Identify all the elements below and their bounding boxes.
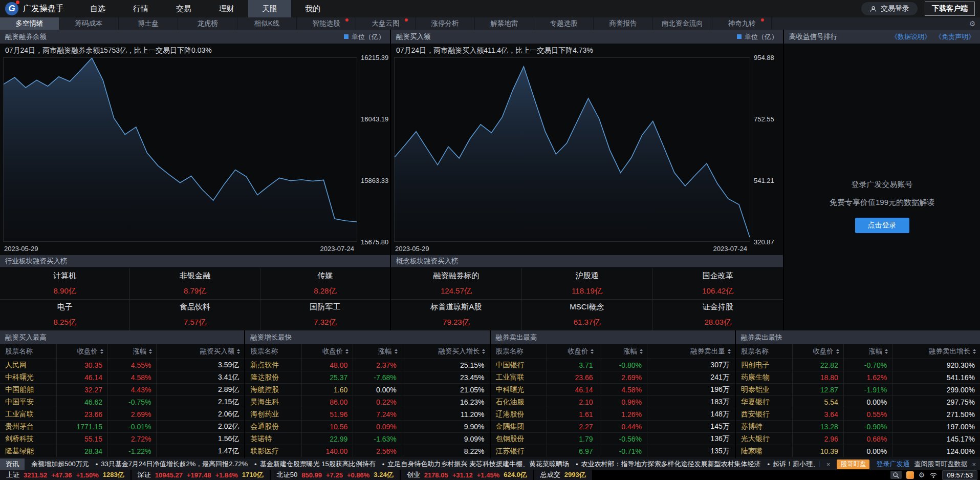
- data-notes-link[interactable]: 《数据说明》: [891, 32, 931, 41]
- news-close-icon[interactable]: ×: [826, 461, 831, 468]
- menu-交易[interactable]: 交易: [162, 0, 205, 17]
- column-header-收盘价[interactable]: 收盘价: [792, 344, 843, 359]
- column-header-涨幅[interactable]: 涨幅: [107, 344, 156, 359]
- stock-row-工业富联[interactable]: 工业富联23.662.69%241万: [491, 371, 735, 384]
- index-上证[interactable]: 上证3211.52+47.36+1.50%1283亿: [0, 470, 130, 480]
- sector-cell-证金持股[interactable]: 证金持股28.03亿: [652, 300, 783, 331]
- gear-icon[interactable]: ⚙: [919, 471, 925, 479]
- sector-cell-国防军工[interactable]: 国防军工7.32亿: [260, 300, 390, 331]
- sector-cell-计算机[interactable]: 计算机8.90亿: [0, 268, 129, 299]
- trade-login-button[interactable]: 交易登录: [861, 2, 918, 15]
- tab-多空情绪[interactable]: 多空情绪: [0, 17, 59, 30]
- menu-行情[interactable]: 行情: [119, 0, 162, 17]
- column-header-收盘价[interactable]: 收盘价: [301, 344, 353, 359]
- gf-login-link[interactable]: 登录广发通: [876, 460, 909, 469]
- stock-row-华夏银行[interactable]: 华夏银行5.540.00%297.75%: [736, 396, 980, 408]
- column-header-融资买入额[interactable]: 融资买入额: [156, 344, 244, 359]
- disclaimer-link[interactable]: 《免责声明》: [935, 32, 975, 41]
- stock-row-光大银行[interactable]: 光大银行2.960.68%145.17%: [736, 433, 980, 445]
- stock-row-中科曙光[interactable]: 中科曙光46.144.58%3.41亿: [0, 371, 244, 384]
- index-深证[interactable]: 深证10945.27+197.48+1.84%1710亿: [132, 470, 270, 480]
- stock-monitor-badge[interactable]: 股哥盯盘: [837, 460, 869, 469]
- column-header-融资买入增长[interactable]: 融资买入增长: [402, 344, 490, 359]
- app-shortcut-icon[interactable]: [906, 471, 914, 479]
- news-item[interactable]: 余额增加超500万元: [31, 460, 89, 469]
- sector-cell-非银金融[interactable]: 非银金融8.79亿: [130, 268, 259, 299]
- news-item[interactable]: 立足自身特色助力乡村振兴 麦芯科技援建牛棚、黄花菜晾晒场: [387, 460, 569, 469]
- stock-row-剑桥科技[interactable]: 剑桥科技55.152.72%1.56亿: [0, 433, 244, 445]
- tab-专题选股[interactable]: 专题选股: [534, 17, 594, 30]
- sector-cell-国企改革[interactable]: 国企改革106.42亿: [652, 268, 783, 299]
- sector-cell-标普道琼斯A股[interactable]: 标普道琼斯A股79.23亿: [391, 300, 521, 331]
- column-header-涨幅[interactable]: 涨幅: [353, 344, 401, 359]
- menu-天眼[interactable]: 天眼: [248, 0, 291, 17]
- stock-row-隆基绿能[interactable]: 隆基绿能28.34-1.22%1.47亿: [0, 445, 244, 457]
- tab-相似K线[interactable]: 相似K线: [237, 17, 297, 30]
- sector-cell-MSCI概念[interactable]: MSCI概念61.37亿: [522, 300, 652, 331]
- stock-row-昊海生科[interactable]: 昊海生科86.000.22%16.23%: [245, 396, 489, 408]
- sector-cell-沪股通[interactable]: 沪股通118.19亿: [522, 268, 652, 299]
- tab-南北资金流向[interactable]: 南北资金流向: [653, 17, 712, 30]
- search-icon[interactable]: [890, 471, 902, 479]
- tab-博士盘[interactable]: 博士盘: [119, 17, 178, 30]
- stock-row-金隅集团[interactable]: 金隅集团2.270.44%145万: [491, 421, 735, 433]
- tab-神奇九转[interactable]: 神奇九转: [712, 17, 772, 30]
- click-login-button[interactable]: 点击登录: [855, 218, 909, 233]
- menu-自选[interactable]: 自选: [76, 0, 119, 17]
- sector-cell-传媒[interactable]: 传媒8.28亿: [260, 268, 390, 299]
- tab-智能选股[interactable]: 智能选股: [297, 17, 356, 30]
- index-北证50[interactable]: 北证50850.99+7.25+0.86%3.24亿: [271, 470, 400, 480]
- stock-row-中国银行[interactable]: 中国银行3.71-0.80%307万: [491, 359, 735, 371]
- stock-row-中国船舶[interactable]: 中国船舶32.274.43%2.89亿: [0, 384, 244, 396]
- news-item[interactable]: 33只基金7月24日净值增长超2%，最高回报2.72%: [101, 460, 248, 469]
- stock-row-隆达股份[interactable]: 隆达股份25.37-7.68%23.45%: [245, 371, 489, 384]
- sector-cell-电子[interactable]: 电子8.25亿: [0, 300, 129, 331]
- menu-我的[interactable]: 我的: [291, 0, 334, 17]
- column-header-涨幅[interactable]: 涨幅: [598, 344, 646, 359]
- tab-解禁地雷[interactable]: 解禁地雷: [475, 17, 534, 30]
- column-header-融券卖出增长[interactable]: 融券卖出增长: [892, 344, 980, 359]
- stock-row-人民网[interactable]: 人民网30.354.55%3.59亿: [0, 359, 244, 371]
- column-header-收盘价[interactable]: 收盘价: [56, 344, 107, 359]
- tab-筹码成本[interactable]: 筹码成本: [59, 17, 119, 30]
- stock-row-中科曙光[interactable]: 中科曙光46.144.58%196万: [491, 384, 735, 396]
- stock-row-英诺特[interactable]: 英诺特22.99-1.63%9.09%: [245, 433, 489, 445]
- stock-row-贵州茅台[interactable]: 贵州茅台1771.15-0.01%2.02亿: [0, 421, 244, 433]
- sector-cell-食品饮料[interactable]: 食品饮料7.57亿: [130, 300, 259, 331]
- index-创业[interactable]: 创业2178.05+31.12+1.45%624.0亿: [401, 470, 533, 480]
- stock-row-药康生物[interactable]: 药康生物18.801.62%541.16%: [736, 371, 980, 384]
- index-总成交[interactable]: 总成交2993亿: [534, 470, 592, 480]
- stock-row-石化油服[interactable]: 石化油服2.100.96%183万: [491, 396, 735, 408]
- stock-row-苏博特[interactable]: 苏博特13.28-0.90%197.00%: [736, 421, 980, 433]
- sector-cell-融资融券标的[interactable]: 融资融券标的124.57亿: [391, 268, 521, 299]
- stock-row-西安银行[interactable]: 西安银行3.640.55%271.50%: [736, 408, 980, 421]
- stock-row-辽港股份[interactable]: 辽港股份1.611.26%148万: [491, 408, 735, 421]
- stock-row-陆家嘴[interactable]: 陆家嘴10.390.00%124.00%: [736, 445, 980, 457]
- stock-row-会通股份[interactable]: 会通股份10.560.09%9.90%: [245, 421, 489, 433]
- stock-row-四创电子[interactable]: 四创电子22.82-0.70%920.30%: [736, 359, 980, 371]
- news-item[interactable]: 基金新建仓股票曝光 15股获高比例持有: [260, 460, 376, 469]
- download-client-button[interactable]: 下载客户端: [925, 2, 975, 16]
- stock-row-海创药业[interactable]: 海创药业51.967.24%11.20%: [245, 408, 489, 421]
- stock-row-中国平安[interactable]: 中国平安46.62-0.75%2.15亿: [0, 396, 244, 408]
- tab-涨停分析[interactable]: 涨停分析: [416, 17, 475, 30]
- stock-row-工业富联[interactable]: 工业富联23.662.69%2.06亿: [0, 408, 244, 421]
- news-item[interactable]: 起诉！蔚小理、比亚: [773, 460, 820, 469]
- stock-row-江苏银行[interactable]: 江苏银行6.97-0.71%135万: [491, 445, 735, 457]
- tab-商誉报告[interactable]: 商誉报告: [594, 17, 653, 30]
- stock-row-包钢股份[interactable]: 包钢股份1.79-0.56%136万: [491, 433, 735, 445]
- stock-row-新点软件[interactable]: 新点软件48.002.37%25.15%: [245, 359, 489, 371]
- settings-gear-icon[interactable]: ⚙: [965, 17, 980, 30]
- news-item[interactable]: 农业农村部：指导地方探索多样化途径发展新型农村集体经济: [581, 460, 760, 469]
- tab-大盘云图[interactable]: 大盘云图: [356, 17, 416, 30]
- column-header-收盘价[interactable]: 收盘价: [547, 344, 598, 359]
- tab-龙虎榜[interactable]: 龙虎榜: [178, 17, 237, 30]
- menu-理财[interactable]: 理财: [205, 0, 248, 17]
- stock-row-明泰铝业[interactable]: 明泰铝业12.87-1.91%299.00%: [736, 384, 980, 396]
- change-pct: -0.75%: [107, 396, 156, 408]
- column-header-涨幅[interactable]: 涨幅: [843, 344, 892, 359]
- stock-row-海航控股[interactable]: 海航控股1.600.00%21.05%: [245, 384, 489, 396]
- column-header-融券卖出量[interactable]: 融券卖出量: [647, 344, 735, 359]
- stock-row-联影医疗[interactable]: 联影医疗140.002.56%8.22%: [245, 445, 489, 457]
- ticker-close-icon[interactable]: ×: [972, 461, 976, 468]
